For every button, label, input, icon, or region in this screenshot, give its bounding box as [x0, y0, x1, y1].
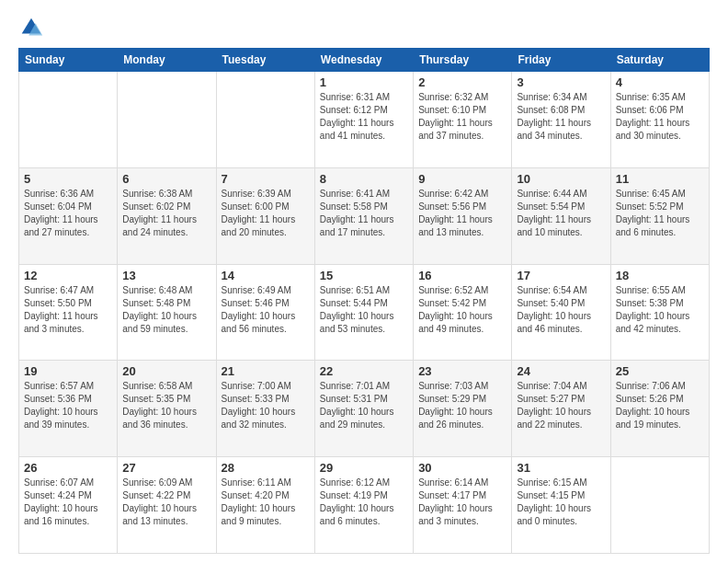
day-number: 26 [24, 461, 112, 475]
day-info: Sunrise: 7:04 AM Sunset: 5:27 PM Dayligh… [517, 380, 605, 431]
day-info: Sunrise: 6:34 AM Sunset: 6:08 PM Dayligh… [517, 91, 605, 143]
day-number: 15 [320, 269, 408, 282]
calendar-cell: 19Sunrise: 6:57 AM Sunset: 5:36 PM Dayli… [19, 361, 118, 457]
day-info: Sunrise: 6:09 AM Sunset: 4:22 PM Dayligh… [122, 477, 210, 528]
calendar-cell: 31Sunrise: 6:15 AM Sunset: 4:15 PM Dayli… [512, 457, 610, 554]
week-row-4: 19Sunrise: 6:57 AM Sunset: 5:36 PM Dayli… [19, 361, 710, 457]
day-number: 2 [418, 75, 506, 89]
day-number: 10 [517, 172, 605, 186]
day-info: Sunrise: 6:15 AM Sunset: 4:15 PM Dayligh… [517, 477, 605, 528]
day-number: 7 [222, 172, 310, 186]
week-row-5: 26Sunrise: 6:07 AM Sunset: 4:24 PM Dayli… [19, 457, 710, 554]
day-number: 19 [24, 364, 112, 378]
day-info: Sunrise: 6:48 AM Sunset: 5:48 PM Dayligh… [122, 284, 210, 336]
calendar-cell: 15Sunrise: 6:51 AM Sunset: 5:44 PM Dayli… [314, 264, 413, 361]
page: SundayMondayTuesdayWednesdayThursdayFrid… [0, 0, 728, 563]
calendar-cell: 22Sunrise: 7:01 AM Sunset: 5:31 PM Dayli… [314, 361, 413, 457]
day-number: 27 [122, 461, 210, 475]
calendar-cell: 12Sunrise: 6:47 AM Sunset: 5:50 PM Dayli… [19, 264, 118, 361]
day-number: 3 [517, 75, 605, 89]
calendar-cell [216, 72, 314, 168]
calendar-cell: 11Sunrise: 6:45 AM Sunset: 5:52 PM Dayli… [610, 167, 709, 264]
day-info: Sunrise: 6:07 AM Sunset: 4:24 PM Dayligh… [24, 477, 112, 528]
day-header-friday: Friday [512, 49, 610, 72]
calendar-table: SundayMondayTuesdayWednesdayThursdayFrid… [18, 48, 710, 554]
day-number: 18 [616, 269, 704, 282]
day-info: Sunrise: 7:00 AM Sunset: 5:33 PM Dayligh… [222, 380, 310, 431]
day-info: Sunrise: 6:52 AM Sunset: 5:42 PM Dayligh… [418, 284, 506, 336]
day-number: 22 [320, 364, 408, 378]
day-info: Sunrise: 6:36 AM Sunset: 6:04 PM Dayligh… [24, 188, 112, 239]
day-number: 4 [616, 75, 704, 89]
day-number: 1 [320, 75, 408, 89]
calendar-cell: 26Sunrise: 6:07 AM Sunset: 4:24 PM Dayli… [19, 457, 118, 554]
day-number: 12 [24, 269, 112, 282]
calendar-cell: 30Sunrise: 6:14 AM Sunset: 4:17 PM Dayli… [414, 457, 512, 554]
day-number: 23 [418, 364, 506, 378]
header [18, 15, 710, 40]
day-header-wednesday: Wednesday [314, 49, 413, 72]
day-number: 11 [616, 172, 704, 186]
calendar-cell: 20Sunrise: 6:58 AM Sunset: 5:35 PM Dayli… [118, 361, 216, 457]
calendar-cell: 16Sunrise: 6:52 AM Sunset: 5:42 PM Dayli… [414, 264, 512, 361]
day-number: 9 [418, 172, 506, 186]
day-number: 28 [222, 461, 310, 475]
calendar-cell [610, 457, 709, 554]
day-info: Sunrise: 6:55 AM Sunset: 5:38 PM Dayligh… [616, 284, 704, 336]
day-number: 16 [418, 269, 506, 282]
day-info: Sunrise: 6:45 AM Sunset: 5:52 PM Dayligh… [616, 188, 704, 239]
day-number: 21 [222, 364, 310, 378]
calendar-cell: 6Sunrise: 6:38 AM Sunset: 6:02 PM Daylig… [118, 167, 216, 264]
calendar-cell: 14Sunrise: 6:49 AM Sunset: 5:46 PM Dayli… [216, 264, 314, 361]
day-info: Sunrise: 6:58 AM Sunset: 5:35 PM Dayligh… [122, 380, 210, 431]
day-info: Sunrise: 6:47 AM Sunset: 5:50 PM Dayligh… [24, 284, 112, 336]
calendar-cell: 18Sunrise: 6:55 AM Sunset: 5:38 PM Dayli… [610, 264, 709, 361]
day-info: Sunrise: 7:03 AM Sunset: 5:29 PM Dayligh… [418, 380, 506, 431]
day-info: Sunrise: 6:57 AM Sunset: 5:36 PM Dayligh… [24, 380, 112, 431]
day-header-tuesday: Tuesday [216, 49, 314, 72]
day-number: 24 [517, 364, 605, 378]
day-number: 14 [222, 269, 310, 282]
day-info: Sunrise: 6:12 AM Sunset: 4:19 PM Dayligh… [320, 477, 408, 528]
day-number: 13 [122, 269, 210, 282]
calendar-cell: 28Sunrise: 6:11 AM Sunset: 4:20 PM Dayli… [216, 457, 314, 554]
day-info: Sunrise: 6:51 AM Sunset: 5:44 PM Dayligh… [320, 284, 408, 336]
calendar-cell [118, 72, 216, 168]
day-header-thursday: Thursday [414, 49, 512, 72]
calendar-cell: 13Sunrise: 6:48 AM Sunset: 5:48 PM Dayli… [118, 264, 216, 361]
day-number: 31 [517, 461, 605, 475]
calendar-cell: 7Sunrise: 6:39 AM Sunset: 6:00 PM Daylig… [216, 167, 314, 264]
day-number: 30 [418, 461, 506, 475]
day-number: 20 [122, 364, 210, 378]
calendar-cell: 5Sunrise: 6:36 AM Sunset: 6:04 PM Daylig… [19, 167, 118, 264]
calendar-cell: 3Sunrise: 6:34 AM Sunset: 6:08 PM Daylig… [512, 72, 610, 168]
calendar-cell: 4Sunrise: 6:35 AM Sunset: 6:06 PM Daylig… [610, 72, 709, 168]
week-row-2: 5Sunrise: 6:36 AM Sunset: 6:04 PM Daylig… [19, 167, 710, 264]
day-info: Sunrise: 6:11 AM Sunset: 4:20 PM Dayligh… [222, 477, 310, 528]
day-info: Sunrise: 6:44 AM Sunset: 5:54 PM Dayligh… [517, 188, 605, 239]
day-number: 8 [320, 172, 408, 186]
day-info: Sunrise: 6:41 AM Sunset: 5:58 PM Dayligh… [320, 188, 408, 239]
day-info: Sunrise: 6:32 AM Sunset: 6:10 PM Dayligh… [418, 91, 506, 143]
calendar-cell: 27Sunrise: 6:09 AM Sunset: 4:22 PM Dayli… [118, 457, 216, 554]
logo-icon [18, 15, 44, 40]
calendar-cell [19, 72, 118, 168]
calendar-cell: 10Sunrise: 6:44 AM Sunset: 5:54 PM Dayli… [512, 167, 610, 264]
calendar-cell: 23Sunrise: 7:03 AM Sunset: 5:29 PM Dayli… [414, 361, 512, 457]
calendar-cell: 17Sunrise: 6:54 AM Sunset: 5:40 PM Dayli… [512, 264, 610, 361]
calendar-cell: 25Sunrise: 7:06 AM Sunset: 5:26 PM Dayli… [610, 361, 709, 457]
calendar-cell: 8Sunrise: 6:41 AM Sunset: 5:58 PM Daylig… [314, 167, 413, 264]
day-info: Sunrise: 6:39 AM Sunset: 6:00 PM Dayligh… [222, 188, 310, 239]
day-info: Sunrise: 6:35 AM Sunset: 6:06 PM Dayligh… [616, 91, 704, 143]
calendar-cell: 9Sunrise: 6:42 AM Sunset: 5:56 PM Daylig… [414, 167, 512, 264]
week-row-1: 1Sunrise: 6:31 AM Sunset: 6:12 PM Daylig… [19, 72, 710, 168]
day-number: 5 [24, 172, 112, 186]
calendar-cell: 24Sunrise: 7:04 AM Sunset: 5:27 PM Dayli… [512, 361, 610, 457]
day-info: Sunrise: 6:42 AM Sunset: 5:56 PM Dayligh… [418, 188, 506, 239]
logo [18, 15, 48, 40]
calendar-header-row: SundayMondayTuesdayWednesdayThursdayFrid… [19, 49, 710, 72]
day-info: Sunrise: 7:01 AM Sunset: 5:31 PM Dayligh… [320, 380, 408, 431]
day-number: 29 [320, 461, 408, 475]
day-info: Sunrise: 6:14 AM Sunset: 4:17 PM Dayligh… [418, 477, 506, 528]
day-info: Sunrise: 7:06 AM Sunset: 5:26 PM Dayligh… [616, 380, 704, 431]
